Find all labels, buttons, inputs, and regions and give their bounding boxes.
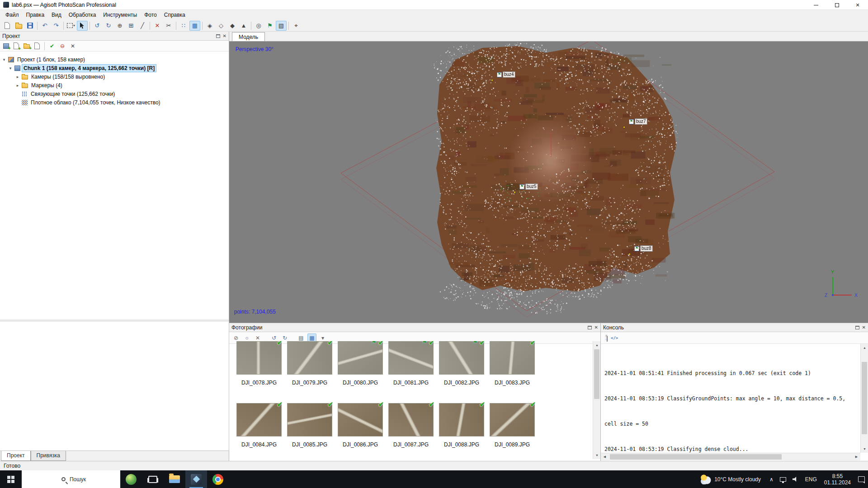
- disable-item-button[interactable]: ⊖: [58, 42, 67, 51]
- show-region-button[interactable]: ▧: [276, 21, 287, 31]
- show-markers-button[interactable]: ⚑: [264, 21, 275, 31]
- view-wireframe-button[interactable]: ◇: [216, 21, 226, 31]
- minimize-button[interactable]: [806, 0, 826, 10]
- photo-item[interactable]: DJI_0084.JPG: [234, 403, 284, 460]
- photo-thumbnail[interactable]: [236, 403, 282, 436]
- photo-thumbnail[interactable]: [388, 403, 434, 436]
- remove-item-button[interactable]: ✕: [68, 42, 77, 51]
- view-solid-button[interactable]: ◆: [227, 21, 238, 31]
- photo-thumbnail[interactable]: [388, 341, 434, 375]
- photo-item[interactable]: DJI_0079.JPG: [284, 341, 335, 398]
- dock-close-button[interactable]: ✕: [862, 325, 866, 330]
- photo-item[interactable]: DJI_0085.JPG: [284, 403, 335, 460]
- scrollbar-thumb[interactable]: [862, 362, 867, 434]
- rotate-view-button[interactable]: ↺: [92, 21, 103, 31]
- new-project-button[interactable]: [2, 21, 13, 31]
- delete-selection-button[interactable]: ✕: [152, 21, 163, 31]
- collapse-arrow-icon[interactable]: ▸: [15, 83, 20, 88]
- scroll-up-arrow[interactable]: ▲: [593, 341, 601, 349]
- show-dense-cloud-button[interactable]: ▦: [189, 21, 200, 31]
- move-widget-button[interactable]: ⌖: [291, 21, 302, 31]
- tab-reference[interactable]: Привязка: [31, 451, 66, 461]
- expand-arrow-icon[interactable]: ▾: [8, 66, 13, 70]
- dock-close-button[interactable]: ✕: [223, 34, 226, 38]
- language-button[interactable]: ENG: [802, 476, 820, 483]
- taskbar-file-explorer[interactable]: [164, 470, 185, 488]
- enable-item-button[interactable]: ✔: [47, 42, 57, 51]
- rectangle-selection-button[interactable]: ▾: [66, 21, 76, 31]
- tree-item-cameras[interactable]: ▸ Камеры (158/158 выровнено): [0, 72, 229, 81]
- undo-button[interactable]: ↶: [39, 21, 50, 31]
- photo-thumbnail[interactable]: [439, 403, 484, 436]
- show-tiepoints-button[interactable]: ∷: [178, 21, 189, 31]
- volume-button[interactable]: [789, 477, 802, 482]
- clock[interactable]: 8:55 01.11.2024: [820, 473, 855, 486]
- tree-item-project-root[interactable]: ▾ Проект (1 блок, 158 камер): [0, 55, 229, 64]
- taskbar-chrome[interactable]: [207, 470, 229, 488]
- photo-item[interactable]: DJI_0078.JPG: [234, 341, 284, 398]
- photo-item[interactable]: DJI_0086.JPG: [335, 403, 386, 460]
- open-project-button[interactable]: [13, 21, 24, 31]
- maximize-button[interactable]: [826, 0, 847, 10]
- notification-center-button[interactable]: [855, 476, 868, 482]
- menu-item[interactable]: Правка: [23, 10, 48, 19]
- tree-item-chunk[interactable]: ▾ Chunk 1 (158 камер, 4 маркера, 125,662…: [0, 64, 229, 72]
- menu-item[interactable]: Файл: [2, 10, 23, 19]
- photo-thumbnail[interactable]: [287, 341, 332, 375]
- tree-item-densecloud[interactable]: Плотное облако (7,104,055 точек, Низкое …: [0, 98, 229, 107]
- dock-close-button[interactable]: ✕: [594, 325, 598, 330]
- scroll-right-arrow[interactable]: ▶: [853, 453, 860, 461]
- hidden-icons-button[interactable]: ∧: [766, 476, 777, 483]
- run-script-button[interactable]: </>: [611, 336, 618, 340]
- menu-item[interactable]: Справка: [160, 10, 189, 19]
- scroll-up-arrow[interactable]: ▲: [861, 344, 868, 352]
- start-button[interactable]: [0, 470, 22, 488]
- resize-region-button[interactable]: ⊞: [126, 21, 137, 31]
- dock-float-button[interactable]: [216, 34, 220, 38]
- rotate-object-button[interactable]: ↻: [103, 21, 114, 31]
- console-log[interactable]: 2024-11-01 08:51:41 Finished processing …: [604, 345, 859, 452]
- photo-item[interactable]: DJI_0083.JPG: [487, 341, 538, 398]
- scroll-down-arrow[interactable]: ▼: [861, 445, 868, 453]
- project-panel-header[interactable]: Проект ✕: [0, 32, 229, 41]
- tree-item-tiepoints[interactable]: Связующие точки (125,662 точки): [0, 89, 229, 98]
- menu-item[interactable]: Фото: [141, 10, 160, 19]
- console-panel-header[interactable]: Консоль ✕: [601, 323, 868, 332]
- scroll-down-arrow[interactable]: ▼: [593, 451, 601, 459]
- ruler-button[interactable]: ╱: [137, 21, 148, 31]
- collapse-arrow-icon[interactable]: ▸: [15, 75, 20, 79]
- scroll-left-arrow[interactable]: ◀: [601, 453, 609, 461]
- photo-thumbnail[interactable]: [490, 341, 535, 375]
- close-button[interactable]: ✕: [847, 0, 868, 10]
- photo-thumbnail[interactable]: [338, 403, 383, 436]
- task-view-button[interactable]: [142, 470, 164, 488]
- marker-buz4[interactable]: ⚑buz4: [497, 71, 515, 78]
- view-shaded-button[interactable]: ▲: [238, 21, 249, 31]
- tree-item-markers[interactable]: ▸ Маркеры (4): [0, 81, 229, 89]
- title-bar[interactable]: lab6.psx — Agisoft PhotoScan Professiona…: [0, 0, 868, 10]
- dock-float-button[interactable]: [855, 326, 859, 329]
- scrollbar-thumb[interactable]: [594, 349, 599, 399]
- view-points-button[interactable]: ◈: [204, 21, 215, 31]
- dock-float-button[interactable]: [588, 326, 592, 329]
- marker-buz8[interactable]: ⚑buz8: [634, 245, 653, 252]
- photos-scrollbar[interactable]: ▲ ▼: [593, 341, 600, 459]
- marker-buz5[interactable]: ⚑buz5: [519, 183, 538, 190]
- photo-thumbnail[interactable]: [338, 341, 383, 375]
- expand-arrow-icon[interactable]: ▾: [2, 57, 6, 62]
- navigation-tool-button[interactable]: [77, 21, 88, 31]
- menu-item[interactable]: Инструменты: [99, 10, 141, 19]
- photo-thumbnail[interactable]: [490, 403, 535, 436]
- taskbar-app-sphere[interactable]: [120, 470, 142, 488]
- photo-item[interactable]: DJI_0082.JPG: [436, 341, 487, 398]
- taskbar-photoscan[interactable]: [185, 470, 207, 488]
- show-cameras-button[interactable]: ◎: [253, 21, 264, 31]
- photo-item[interactable]: DJI_0080.JPG: [335, 341, 386, 398]
- menu-item[interactable]: Обработка: [65, 10, 100, 19]
- photo-item[interactable]: DJI_0088.JPG: [436, 403, 487, 460]
- model-viewport[interactable]: Perspective 30° points: 7,104,055 ⚑buz4⚑…: [229, 42, 868, 323]
- photo-thumbnail[interactable]: [287, 403, 332, 436]
- open-script-button[interactable]: [607, 335, 608, 341]
- export-button[interactable]: [33, 42, 42, 51]
- tab-model[interactable]: Модель: [232, 32, 265, 41]
